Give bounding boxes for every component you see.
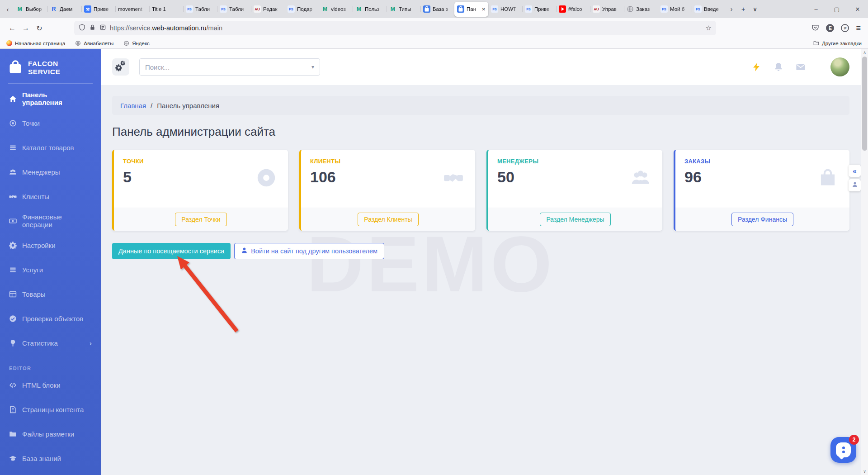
globe-icon bbox=[123, 40, 129, 46]
browser-tab[interactable]: M Польз bbox=[353, 0, 387, 18]
fav-fs-icon: FS bbox=[491, 5, 498, 13]
browser-tab[interactable]: Пан ✕ bbox=[454, 2, 488, 17]
new-tab-button[interactable]: + bbox=[737, 5, 749, 13]
minimize-button[interactable]: – bbox=[806, 0, 826, 18]
bookmark-star-icon[interactable]: ☆ bbox=[706, 24, 712, 32]
close-button[interactable]: ✕ bbox=[847, 0, 868, 18]
browser-tab[interactable]: FS Мой б bbox=[658, 0, 692, 18]
tab-label: Выбор bbox=[26, 6, 45, 12]
card-value: 106 bbox=[310, 168, 466, 186]
menu-icon[interactable]: ≡ bbox=[856, 24, 861, 33]
shield-icon[interactable] bbox=[79, 24, 85, 32]
permissions-icon[interactable] bbox=[99, 24, 106, 32]
address-bar[interactable]: https://service.web-automation.ru/main ☆ bbox=[74, 21, 716, 35]
sidebar-item[interactable]: Клиенты bbox=[0, 184, 101, 209]
bell-icon[interactable] bbox=[774, 62, 783, 72]
browser-tab[interactable]: #falco bbox=[556, 0, 590, 18]
login-as-user-button[interactable]: Войти на сайт под другим пользователем bbox=[234, 243, 384, 259]
browser-tab[interactable]: movement bbox=[115, 0, 149, 18]
sidebar-item[interactable]: Проверка объектов bbox=[0, 306, 101, 331]
card-section-button[interactable]: Раздел Клиенты bbox=[358, 213, 418, 226]
browser-tab[interactable]: FS Приве bbox=[522, 0, 556, 18]
browser-tab[interactable]: Заказ bbox=[624, 0, 658, 18]
browser-tab[interactable]: AU Управ bbox=[590, 0, 624, 18]
browser-tab[interactable]: FS Табли bbox=[183, 0, 217, 18]
settings-cogs-button[interactable] bbox=[112, 58, 129, 76]
browser-tab[interactable]: FS HOWT bbox=[488, 0, 522, 18]
sidebar-item[interactable]: Страницы контента bbox=[0, 397, 101, 422]
browser-tab[interactable]: ⚒ Приве bbox=[81, 0, 115, 18]
main-area: Поиск... ▾ DEMO Главная / Панель управле… bbox=[101, 49, 861, 475]
sidebar-item[interactable]: Финансовые операции bbox=[0, 209, 101, 233]
sidebar-item[interactable]: Настройки bbox=[0, 233, 101, 257]
browser-tab[interactable]: FS Подар bbox=[285, 0, 319, 18]
page-title: Панель администрации сайта bbox=[112, 125, 849, 139]
other-bookmarks[interactable]: Другие закладки bbox=[813, 40, 862, 46]
scroll-down-icon[interactable]: ∨ bbox=[861, 469, 868, 474]
back-button[interactable]: ← bbox=[5, 21, 19, 35]
pocket-icon[interactable] bbox=[811, 24, 819, 33]
tab-close-icon[interactable]: ✕ bbox=[482, 7, 486, 12]
sidebar-item[interactable]: Услуги bbox=[0, 257, 101, 282]
bookmark-item[interactable]: Начальная страница bbox=[6, 40, 65, 46]
bookmark-label: Авиабилеты bbox=[84, 41, 113, 46]
chat-bubble-icon bbox=[836, 442, 851, 457]
scroll-up-icon[interactable]: ∧ bbox=[861, 50, 868, 55]
user-widget-button[interactable] bbox=[849, 179, 861, 191]
search-select[interactable]: Поиск... ▾ bbox=[139, 58, 320, 76]
ip-extension-icon[interactable]: IP bbox=[841, 24, 849, 32]
fav-fs-icon: FS bbox=[186, 5, 193, 13]
toolbar-icons: E IP ≡ bbox=[811, 24, 863, 33]
breadcrumb-separator: / bbox=[151, 102, 152, 109]
card-label: КЛИЕНТЫ bbox=[310, 158, 466, 165]
bookmark-item[interactable]: Авиабилеты bbox=[75, 40, 113, 46]
card-section-button[interactable]: Раздел Финансы bbox=[731, 213, 793, 226]
bookmarks-bar: Начальная страница Авиабилеты Яндекс Дру… bbox=[0, 38, 868, 49]
sidebar-item[interactable]: Товары bbox=[0, 282, 101, 306]
browser-tab[interactable]: M Выбор bbox=[14, 0, 47, 18]
collapse-button[interactable]: « bbox=[849, 165, 861, 177]
reload-button[interactable]: ↻ bbox=[33, 21, 46, 35]
browser-tab[interactable]: База з bbox=[420, 0, 454, 18]
fav-fs-icon: FS bbox=[288, 5, 295, 13]
browser-tab[interactable]: M videos bbox=[319, 0, 353, 18]
tab-scroll-left-icon[interactable]: ‹ bbox=[2, 5, 14, 13]
browser-tab[interactable]: FS Табли bbox=[217, 0, 251, 18]
sidebar-item[interactable]: Статистика › bbox=[0, 331, 101, 355]
browser-tab[interactable]: Title 1 bbox=[149, 0, 183, 18]
breadcrumb-home-link[interactable]: Главная bbox=[120, 102, 146, 109]
visits-data-button[interactable]: Данные по посещаемости сервиса bbox=[112, 243, 231, 259]
fav-fs-icon: FS bbox=[660, 5, 668, 13]
card-section-button[interactable]: Раздел Менеджеры bbox=[540, 213, 610, 226]
lightning-icon[interactable] bbox=[751, 62, 761, 72]
browser-tab[interactable]: M Типы bbox=[387, 0, 420, 18]
sidebar-item[interactable]: Файлы разметки bbox=[0, 422, 101, 446]
browser-tab[interactable]: AU Редак bbox=[251, 0, 285, 18]
tab-bar: ‹ M Выбор R Даем ⚒ Приве movement bbox=[0, 0, 868, 18]
tab-overflow-icon[interactable]: › bbox=[726, 5, 737, 13]
browser-tab[interactable]: FS Введе bbox=[692, 0, 726, 18]
forward-button[interactable]: → bbox=[19, 21, 33, 35]
envelope-icon[interactable] bbox=[796, 62, 806, 72]
sidebar-item[interactable]: Менеджеры bbox=[0, 160, 101, 184]
brand[interactable]: FALCON SERVICE bbox=[0, 49, 101, 83]
page-scrollbar[interactable]: ∧ ∨ bbox=[861, 49, 868, 475]
chat-widget-button[interactable]: 2 bbox=[830, 437, 856, 463]
sidebar-item[interactable]: HTML блоки bbox=[0, 373, 101, 397]
sidebar-item[interactable]: Панель управления bbox=[0, 86, 101, 111]
browser-tab[interactable]: R Даем bbox=[47, 0, 81, 18]
top-bar: Поиск... ▾ bbox=[101, 49, 861, 85]
fav-m-icon: M bbox=[16, 5, 24, 13]
scrollbar-thumb[interactable] bbox=[862, 57, 867, 151]
sidebar-item[interactable]: Точки bbox=[0, 111, 101, 135]
avatar[interactable] bbox=[830, 57, 849, 76]
tab-label: Управ bbox=[602, 6, 621, 12]
extension-icon[interactable]: E bbox=[826, 24, 834, 32]
sidebar-item[interactable]: Каталог товаров bbox=[0, 135, 101, 160]
bookmark-item[interactable]: Яндекс bbox=[123, 40, 150, 46]
lock-icon[interactable] bbox=[89, 24, 96, 32]
maximize-button[interactable]: ▢ bbox=[826, 0, 847, 18]
sidebar-item[interactable]: База знаний bbox=[0, 446, 101, 470]
card-section-button[interactable]: Раздел Точки bbox=[175, 213, 226, 226]
tabs-menu-icon[interactable]: ∨ bbox=[749, 5, 761, 13]
